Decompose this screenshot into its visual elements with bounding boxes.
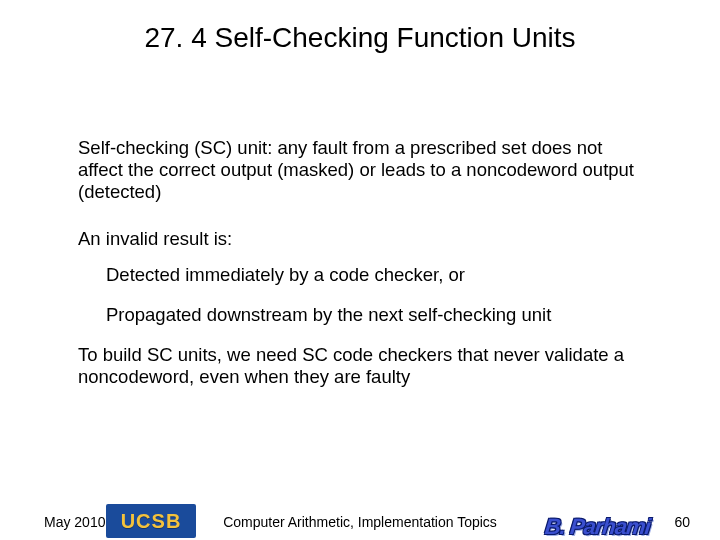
list-item-detected: Detected immediately by a code checker, …	[106, 264, 648, 286]
footer-page-number: 60	[674, 514, 690, 530]
slide-title: 27. 4 Self-Checking Function Units	[0, 22, 720, 54]
slide-body: Self-checking (SC) unit: any fault from …	[78, 137, 648, 388]
paragraph-definition: Self-checking (SC) unit: any fault from …	[78, 137, 648, 202]
list-item-propagated: Propagated downstream by the next self-c…	[106, 304, 648, 326]
slide-footer: May 2010 UCSB Computer Arithmetic, Imple…	[0, 496, 720, 536]
author-signature-icon: B. Parhami	[544, 514, 652, 540]
paragraph-invalid-intro: An invalid result is:	[78, 228, 648, 250]
paragraph-build: To build SC units, we need SC code check…	[78, 344, 648, 388]
slide: 27. 4 Self-Checking Function Units Self-…	[0, 22, 720, 540]
